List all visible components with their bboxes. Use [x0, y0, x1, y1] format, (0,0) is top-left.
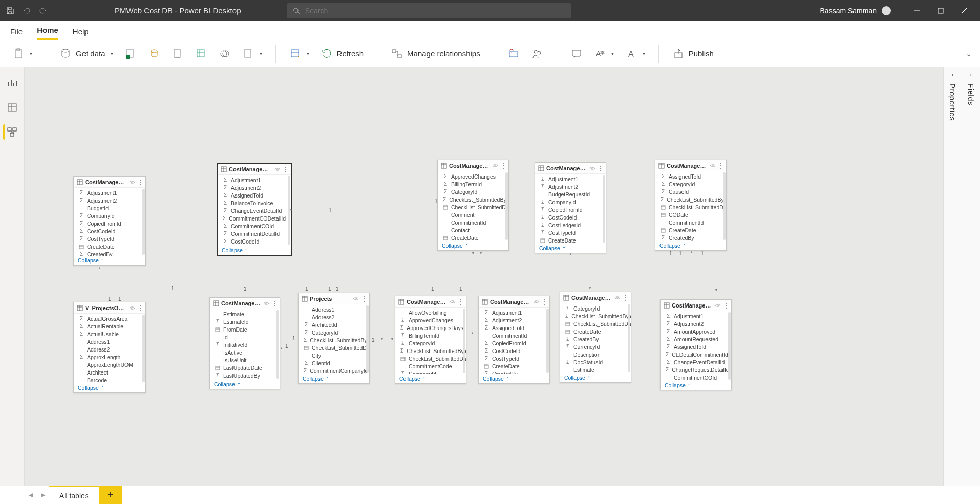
qa-setup-button[interactable]: [566, 43, 587, 64]
field-row[interactable]: CreateDate: [479, 362, 549, 370]
publish-button[interactable]: Publish: [668, 43, 718, 64]
more-icon[interactable]: ⋮: [283, 166, 288, 173]
field-row[interactable]: CheckList_SubmittedDate: [560, 320, 631, 327]
table-node[interactable]: V_ProjectsOverview ⋮ ΣActualGrossAreaΣAc…: [73, 302, 146, 393]
properties-pane-collapsed[interactable]: ‹ Properties: [943, 67, 962, 504]
field-row[interactable]: ΣInitiativeId: [210, 341, 280, 348]
dataverse-button[interactable]: [215, 43, 235, 64]
field-row[interactable]: ΣApprovedChangesDays: [395, 324, 466, 332]
field-row[interactable]: ΣAdjustment1: [218, 176, 291, 184]
table-header[interactable]: CostManagement_Co... ⋮: [479, 296, 549, 308]
field-row[interactable]: ΣAdjustment2: [535, 183, 606, 190]
field-row[interactable]: Address1: [74, 338, 145, 345]
fields-pane-collapsed[interactable]: ‹ Fields: [962, 67, 980, 504]
visibility-icon[interactable]: [274, 166, 281, 172]
field-row[interactable]: ΣCostTypeId: [74, 235, 145, 243]
field-row[interactable]: CreateDate: [655, 226, 726, 234]
field-row[interactable]: ΣAssignedToId: [655, 172, 726, 180]
field-row[interactable]: ΣAssignedToId: [479, 324, 549, 332]
field-row[interactable]: ΣCauseId: [655, 188, 726, 195]
field-row[interactable]: ΣCreatedBy: [479, 370, 549, 374]
field-row[interactable]: ΣCheckList_SubmittedById: [395, 347, 466, 355]
tab-all-tables[interactable]: All tables: [49, 486, 99, 504]
field-row[interactable]: Estimate: [210, 310, 280, 318]
field-row[interactable]: ΣAdjustment1: [479, 309, 549, 316]
more-icon[interactable]: ⋮: [137, 179, 142, 186]
field-row[interactable]: ΣCommitmentCOId: [218, 222, 291, 230]
refresh-button[interactable]: Refresh: [316, 43, 368, 64]
field-row[interactable]: IsUseUnit: [210, 356, 280, 364]
field-row[interactable]: ΣCategoryId: [560, 304, 631, 312]
more-icon[interactable]: ⋮: [623, 294, 628, 301]
maximize-button[interactable]: [929, 0, 952, 21]
table-node[interactable]: CostManagement_Bu... ⋮ ΣAdjustment1ΣAdju…: [535, 162, 606, 253]
recent-sources-button[interactable]: ▾: [238, 43, 266, 64]
field-row[interactable]: ΣEstimateId: [210, 318, 280, 325]
search-input[interactable]: [305, 7, 566, 15]
field-row[interactable]: ΣCostCodeId: [535, 213, 606, 221]
field-row[interactable]: CheckList_SubmittedDate: [299, 344, 369, 352]
save-icon[interactable]: [6, 7, 14, 15]
field-row[interactable]: BudgetId: [74, 204, 145, 212]
field-row[interactable]: ΣCompanyId: [74, 212, 145, 220]
field-row[interactable]: ΣDocStatusId: [560, 358, 631, 366]
visibility-icon[interactable]: [129, 179, 135, 185]
field-row[interactable]: ΣCompanyId: [395, 370, 466, 374]
field-row[interactable]: ΣCopiedFromId: [535, 206, 606, 213]
field-row[interactable]: ΣAdjustment2: [74, 196, 145, 204]
field-row[interactable]: FromDate: [210, 325, 280, 333]
field-row[interactable]: City: [299, 352, 369, 359]
field-row[interactable]: CheckList_SubmittedDate: [655, 203, 726, 211]
field-row[interactable]: CommitmentId: [438, 218, 508, 226]
more-icon[interactable]: ⋮: [500, 162, 505, 169]
table-header[interactable]: CostManagement_Bu... ⋮: [74, 177, 145, 188]
visibility-icon[interactable]: [589, 165, 595, 171]
field-row[interactable]: ΣAdjustment2: [479, 316, 549, 324]
field-row[interactable]: ΣCategoryId: [395, 339, 466, 347]
table-header[interactable]: CostManagement_Pr... ⋮: [438, 160, 508, 171]
collapse-button[interactable]: Collapse⌃: [218, 246, 291, 255]
tab-prev-button[interactable]: ◀: [25, 486, 37, 504]
more-icon[interactable]: ⋮: [271, 300, 276, 307]
table-node[interactable]: CostManagement_Bu... ⋮ EstimateΣEstimate…: [209, 297, 280, 389]
search-box[interactable]: [287, 3, 571, 18]
field-row[interactable]: ΣCostCodeId: [218, 237, 291, 245]
visibility-icon[interactable]: [450, 299, 456, 305]
ribbon-expand-button[interactable]: ⌄: [966, 50, 972, 58]
field-row[interactable]: CommitmentId: [479, 332, 549, 339]
field-row[interactable]: Contact: [438, 226, 508, 234]
collapse-button[interactable]: Collapse⌃: [395, 374, 466, 383]
more-icon[interactable]: ⋮: [723, 302, 728, 309]
field-row[interactable]: ΣBillingTermId: [395, 332, 466, 339]
field-row[interactable]: ΣActualRentable: [74, 322, 145, 330]
field-row[interactable]: ΣChangeEventDetailId: [218, 207, 291, 214]
field-row[interactable]: Address1: [299, 305, 369, 313]
undo-icon[interactable]: [23, 7, 31, 15]
collapse-button[interactable]: Collapse⌃: [74, 256, 145, 265]
table-node[interactable]: CostManagement_Bu... ⋮ ΣCategoryIdΣCheck…: [560, 292, 631, 383]
field-row[interactable]: ΣApprovedChanges: [395, 316, 466, 324]
field-row[interactable]: ΣCheckList_SubmittedById: [560, 312, 631, 320]
close-button[interactable]: [952, 0, 976, 21]
field-row[interactable]: ΣCommitmentCompanyId: [299, 367, 369, 374]
field-row[interactable]: ΣCostLedgerId: [535, 221, 606, 229]
field-row[interactable]: ΣCopiedFromId: [74, 220, 145, 227]
field-row[interactable]: ΣClientId: [299, 359, 369, 367]
field-row[interactable]: ΣApprovedChanges: [438, 172, 508, 180]
field-row[interactable]: ΣCostCodeId: [74, 227, 145, 235]
field-row[interactable]: ΣApproxLength: [74, 353, 145, 361]
field-row[interactable]: Description: [560, 350, 631, 358]
field-row[interactable]: ΣCostTypeId: [479, 355, 549, 362]
visibility-icon[interactable]: [715, 302, 721, 309]
model-canvas[interactable]: CostManagement_Bu... ⋮ ΣAdjustment1ΣAdju…: [25, 67, 943, 504]
field-row[interactable]: ΣCostCodeId: [479, 347, 549, 355]
field-row[interactable]: BudgetRequestId: [535, 190, 606, 198]
field-row[interactable]: ΣCategoryId: [655, 180, 726, 188]
field-row[interactable]: ΣAmountApproved: [661, 327, 731, 335]
table-node[interactable]: CostManagement_Co... ⋮ ΣAdjustment1ΣAdju…: [478, 296, 550, 384]
field-row[interactable]: ΣAssignedToId: [661, 343, 731, 350]
visibility-icon[interactable]: [492, 163, 498, 169]
field-row[interactable]: ApproxLengthUOM: [74, 361, 145, 368]
visibility-icon[interactable]: [710, 163, 716, 169]
field-row[interactable]: LastUpdateDate: [210, 364, 280, 371]
